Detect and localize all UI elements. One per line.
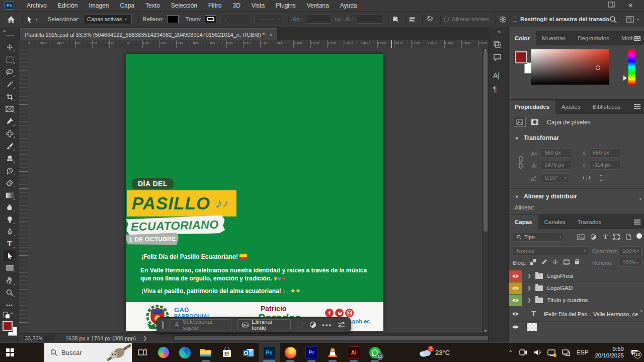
remove-background-button[interactable]: Eliminar fondo — [237, 319, 291, 330]
properties-sliders-icon[interactable] — [338, 322, 345, 328]
expand-tools-icon[interactable]: » — [3, 28, 6, 34]
whatsapp-icon[interactable]: 11 — [364, 343, 385, 362]
blur-tool[interactable] — [4, 201, 16, 212]
color-field[interactable] — [531, 49, 609, 85]
scroll-chevron-icon[interactable]: ▾ — [639, 196, 641, 201]
lock-all-icon[interactable] — [574, 258, 580, 265]
path-selection-tool-icon[interactable] — [26, 16, 33, 23]
marquee-tool[interactable] — [4, 54, 16, 65]
history-panel-icon[interactable] — [493, 40, 501, 48]
language-indicator[interactable]: ESP — [577, 349, 588, 355]
collapse-panels-icon[interactable]: « — [498, 28, 501, 34]
shape-height-field[interactable] — [357, 15, 382, 24]
close-window-icon[interactable]: ✕ — [628, 2, 633, 9]
edit-toolbar-icon[interactable]: ••• — [4, 300, 16, 311]
tab-muestras[interactable]: Muestras — [536, 31, 572, 45]
eraser-tool[interactable] — [4, 177, 16, 188]
menu-ventana[interactable]: Ventana — [301, 0, 335, 11]
panel-menu-icon[interactable] — [634, 220, 640, 225]
layer-name[interactable]: iFeliz Día del Pas... Valle Hermoso, ce — [544, 311, 638, 317]
flip-horizontal-icon[interactable] — [582, 174, 591, 181]
adjustments-icon[interactable] — [309, 321, 316, 328]
status-chevron-icon[interactable]: ❯ — [143, 335, 147, 341]
brush-tool[interactable] — [4, 140, 16, 152]
drag-handle[interactable] — [162, 321, 164, 329]
tab-propiedades[interactable]: Propiedades — [509, 100, 555, 114]
illustrator-icon[interactable]: Ai — [343, 343, 364, 362]
menu-vista[interactable]: Vista — [246, 0, 270, 11]
ruler-corner[interactable] — [19, 40, 28, 48]
fill-field[interactable]: 100% — [618, 258, 641, 267]
stroke-swatch[interactable] — [205, 15, 216, 23]
menu-edicion[interactable]: Edición — [52, 0, 83, 11]
tab-canales[interactable]: Canales — [538, 215, 572, 229]
character-panel-icon[interactable]: A| — [493, 71, 500, 80]
foreground-color-swatch[interactable] — [3, 321, 13, 331]
shape-tool[interactable] — [4, 262, 16, 273]
path-operations-icon[interactable] — [392, 16, 399, 23]
search-highlight-sloth-image[interactable] — [104, 343, 132, 362]
blend-mode-dropdown[interactable]: Normal — [513, 246, 588, 255]
select-mode-dropdown[interactable]: Capas activas — [83, 15, 132, 24]
stroke-type-dropdown[interactable]: ——— — [254, 15, 282, 24]
pen-tool[interactable] — [4, 226, 16, 237]
weather-widget[interactable]: 2 23°C — [419, 348, 450, 357]
fill-swatch[interactable] — [167, 15, 179, 23]
lasso-tool[interactable] — [4, 66, 16, 78]
home-icon[interactable] — [7, 16, 15, 23]
collapse-chevron-icon[interactable]: ▼ — [515, 136, 519, 141]
layer-thumbnail[interactable] — [526, 323, 537, 331]
filter-shape-layers-icon[interactable] — [613, 234, 620, 240]
vertical-ruler[interactable] — [19, 48, 28, 333]
firefox-icon[interactable] — [280, 343, 301, 362]
clone-stamp-tool[interactable] — [4, 153, 16, 164]
history-brush-tool[interactable] — [4, 165, 16, 176]
pixel-layer-icon[interactable] — [514, 117, 526, 127]
tray-overflow-icon[interactable]: ⌃ — [508, 349, 513, 356]
visibility-toggle[interactable] — [509, 282, 522, 294]
shape-width-field[interactable] — [306, 15, 332, 24]
contextual-task-bar[interactable]: Seleccionar sujeto Eliminar fondo ••• — [156, 317, 351, 332]
opacity-field[interactable]: 100% — [618, 246, 641, 255]
menu-texto[interactable]: Texto — [140, 0, 166, 11]
move-tool[interactable] — [4, 41, 16, 52]
scroll-chevron-icon[interactable]: ▾ — [640, 309, 642, 314]
filter-type-layers-icon[interactable]: T — [603, 233, 608, 241]
type-tool[interactable]: T — [4, 238, 16, 249]
tab-bibliotecas[interactable]: Bibliotecas — [587, 100, 627, 114]
filter-toggle[interactable] — [636, 233, 642, 239]
width-value-field[interactable]: 980 px — [541, 149, 572, 158]
layer-filter-dropdown[interactable]: Tipo — [513, 233, 564, 242]
task-view-button[interactable] — [132, 343, 153, 362]
tab-capas[interactable]: Capas — [509, 215, 538, 229]
filter-pixel-layers-icon[interactable] — [577, 234, 585, 240]
layer-row-logogad[interactable]: ❯ LogoGAD — [509, 282, 644, 294]
menu-3d[interactable]: 3D — [227, 0, 246, 11]
quick-selection-tool[interactable] — [4, 79, 16, 90]
photoshop-taskbar-icon[interactable]: Ps — [259, 343, 280, 362]
menu-imagen[interactable]: Imagen — [83, 0, 114, 11]
tab-color[interactable]: Color — [509, 31, 536, 45]
premiere-icon[interactable]: Pr — [301, 343, 322, 362]
file-explorer-icon[interactable] — [195, 343, 216, 362]
color-picker-ring[interactable] — [596, 65, 600, 70]
visibility-toggle[interactable] — [509, 322, 522, 332]
zoom-level-field[interactable]: 33,33% — [22, 335, 54, 341]
paragraph-panel-icon[interactable]: ¶ — [493, 85, 497, 93]
foreground-color-swatch[interactable] — [515, 51, 527, 63]
layer-row-logopresi[interactable]: ❯ LogoPresi — [509, 270, 644, 282]
link-dimensions-icon[interactable] — [335, 17, 342, 21]
panel-menu-icon[interactable] — [634, 104, 640, 109]
menu-plugins[interactable]: Plugins — [270, 0, 301, 11]
horizontal-scroll-thumb[interactable] — [174, 336, 491, 340]
collapse-chevron-icon[interactable]: ▼ — [515, 194, 519, 199]
network-icon[interactable] — [562, 349, 570, 356]
vlc-icon[interactable] — [322, 343, 343, 362]
visibility-toggle[interactable] — [509, 295, 522, 306]
lock-artboard-icon[interactable] — [563, 259, 570, 265]
layer-name[interactable]: Titulo y cuadros — [547, 297, 588, 303]
document-canvas[interactable]: DÍA DEL PASILLO ♪ ♪ ECUATORIANO 1 DE OCT… — [126, 54, 383, 331]
horizontal-scrollbar[interactable] — [173, 335, 499, 341]
zoom-tool[interactable] — [4, 287, 16, 298]
taskbar-search[interactable]: Buscar — [44, 343, 132, 362]
